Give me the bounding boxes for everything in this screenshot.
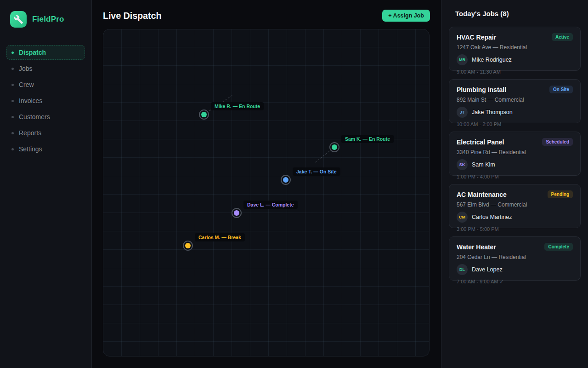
job-time: 9:00 AM - 11:30 AM	[457, 69, 573, 75]
sidebar-nav: Dispatch Jobs Crew Invoices Customers Re…	[0, 45, 91, 156]
job-title: Electrical Panel	[457, 138, 504, 146]
sidebar-item-label: Jobs	[19, 65, 33, 72]
sidebar-item-label: Dispatch	[19, 49, 46, 56]
sidebar-item-crew[interactable]: Crew	[6, 77, 85, 92]
job-status-badge: Active	[552, 33, 573, 41]
sidebar-item-invoices[interactable]: Invoices	[6, 93, 85, 108]
dispatch-map[interactable]: Mike R. — En Route Sam K. — En Route Jak…	[103, 29, 430, 356]
sidebar-item-label: Reports	[19, 129, 41, 137]
technician-marker[interactable]	[234, 210, 239, 216]
avatar: CM	[457, 212, 468, 223]
job-time: 3:00 PM - 5:00 PM	[457, 226, 573, 232]
bullet-icon	[11, 148, 14, 150]
main-header: Live Dispatch + Assign Job	[103, 8, 430, 23]
job-time: 7:00 AM - 9:00 AM ✓	[457, 279, 573, 285]
sidebar-item-reports[interactable]: Reports	[6, 126, 85, 140]
sidebar-item-label: Settings	[19, 145, 42, 153]
job-title: Water Heater	[457, 243, 496, 251]
sidebar-item-label: Customers	[19, 113, 50, 121]
job-address: 1247 Oak Ave — Residential	[457, 44, 573, 51]
sidebar-item-label: Crew	[19, 81, 34, 88]
sidebar-item-label: Invoices	[19, 97, 42, 104]
app-name: FieldPro	[32, 15, 64, 24]
sidebar-item-dispatch[interactable]: Dispatch	[6, 45, 85, 60]
technician-marker-label: Carlos M. — Break	[195, 233, 245, 242]
bullet-icon	[11, 100, 14, 102]
technician-marker-label: Jake T. — On Site	[293, 167, 340, 176]
bullet-icon	[11, 116, 14, 118]
job-card[interactable]: HVAC Repair Active 1247 Oak Ave — Reside…	[449, 27, 581, 71]
job-address: 3340 Pine Rd — Residential	[457, 149, 573, 155]
bullet-icon	[11, 84, 14, 86]
sidebar: FieldPro Dispatch Jobs Crew Invoices Cus…	[0, 0, 92, 368]
technician-marker[interactable]	[283, 177, 288, 183]
job-time: 10:00 AM - 2:00 PM	[457, 121, 573, 127]
job-status-badge: Scheduled	[542, 138, 573, 146]
technician-name: Dave Lopez	[472, 266, 503, 273]
job-title: AC Maintenance	[457, 191, 507, 198]
technician-marker-label: Mike R. — En Route	[211, 102, 264, 110]
job-address: 892 Main St — Commercial	[457, 97, 573, 103]
job-card[interactable]: Electrical Panel Scheduled 3340 Pine Rd …	[449, 132, 581, 176]
job-address: 567 Elm Blvd — Commercial	[457, 201, 573, 208]
job-card[interactable]: Plumbing Install On Site 892 Main St — C…	[449, 79, 581, 123]
job-address: 204 Cedar Ln — Residential	[457, 254, 573, 260]
job-card-list: HVAC Repair Active 1247 Oak Ave — Reside…	[449, 27, 581, 281]
job-card[interactable]: Water Heater Complete 204 Cedar Ln — Res…	[449, 236, 581, 281]
sidebar-item-customers[interactable]: Customers	[6, 109, 85, 124]
todays-jobs-panel: Today's Jobs (8) HVAC Repair Active 1247…	[441, 0, 588, 368]
technician-name: Jake Thompson	[472, 109, 513, 115]
job-time: 1:00 PM - 4:00 PM	[457, 174, 573, 179]
technician-marker[interactable]	[332, 144, 337, 150]
page-title: Live Dispatch	[103, 11, 161, 21]
main-content: Live Dispatch + Assign Job Mike R. — En …	[92, 0, 441, 368]
bullet-icon	[11, 52, 14, 54]
technician-marker[interactable]	[185, 243, 191, 248]
avatar: MR	[457, 54, 468, 65]
bullet-icon	[11, 68, 14, 70]
technician-name: Mike Rodriguez	[472, 57, 512, 63]
job-title: Plumbing Install	[457, 86, 506, 93]
sidebar-item-settings[interactable]: Settings	[6, 142, 85, 156]
job-status-badge: On Site	[549, 86, 573, 93]
technician-name: Sam Kim	[472, 161, 495, 168]
wrench-icon	[10, 11, 27, 28]
technician-marker-label: Dave L. — Complete	[243, 201, 298, 209]
sidebar-item-jobs[interactable]: Jobs	[6, 61, 85, 76]
assign-job-button[interactable]: + Assign Job	[382, 10, 430, 22]
avatar: DL	[457, 264, 468, 275]
technician-name: Carlos Martinez	[472, 214, 512, 220]
job-status-badge: Complete	[544, 243, 573, 251]
job-title: HVAC Repair	[457, 34, 496, 41]
avatar: JT	[457, 107, 468, 118]
route-lines	[103, 29, 429, 356]
job-card[interactable]: AC Maintenance Pending 567 Elm Blvd — Co…	[449, 184, 581, 228]
avatar: SK	[457, 159, 468, 170]
app-logo: FieldPro	[0, 11, 91, 28]
technician-marker-label: Sam K. — En Route	[341, 135, 394, 143]
jobs-panel-title: Today's Jobs (8)	[455, 10, 581, 17]
bullet-icon	[11, 132, 14, 134]
job-status-badge: Pending	[548, 190, 573, 198]
technician-marker[interactable]	[201, 112, 207, 117]
